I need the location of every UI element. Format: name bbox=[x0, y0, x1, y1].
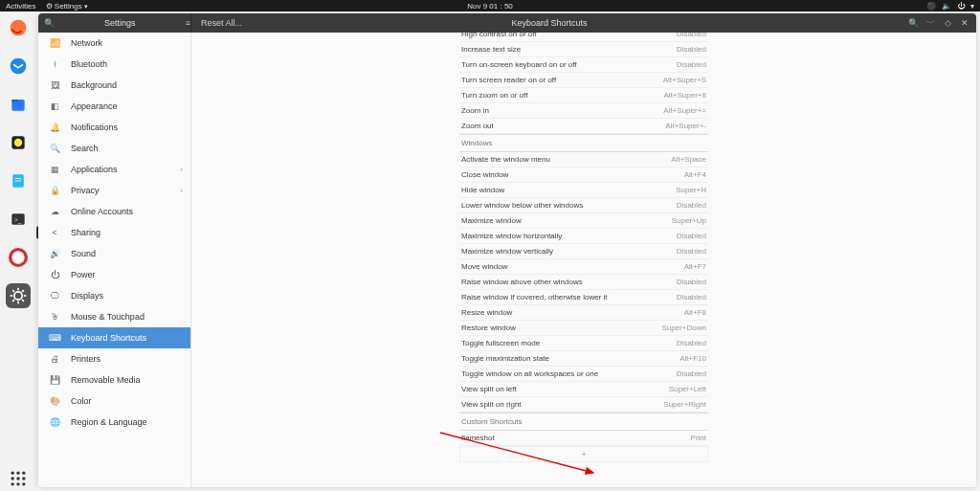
sidebar-item-label: Printers bbox=[71, 354, 100, 364]
region-icon: 🌐 bbox=[48, 417, 61, 427]
sidebar-item-appearance[interactable]: ◧Appearance bbox=[38, 96, 190, 117]
system-menu-chevron-icon[interactable]: ▾ bbox=[970, 2, 974, 11]
shortcut-row[interactable]: Close windowAlt+F4 bbox=[459, 167, 708, 183]
dock-firefox[interactable] bbox=[6, 15, 31, 40]
shortcut-binding: Alt+Space bbox=[671, 155, 706, 164]
shortcut-row[interactable]: Maximize window horizontallyDisabled bbox=[459, 229, 708, 244]
svg-point-25 bbox=[16, 477, 19, 480]
sidebar-item-removable-media[interactable]: 💾Removable Media bbox=[38, 369, 190, 391]
shortcut-label: Lower window below other windows bbox=[461, 201, 583, 210]
shortcut-row[interactable]: Toggle fullscreen modeDisabled bbox=[459, 336, 708, 351]
shortcut-row[interactable]: Turn on-screen keyboard on or offDisable… bbox=[459, 57, 708, 73]
sidebar-item-mouse-touchpad[interactable]: 🖱Mouse & Touchpad bbox=[38, 306, 190, 327]
sidebar-item-label: Privacy bbox=[71, 186, 100, 195]
dock-thunderbird[interactable] bbox=[6, 54, 31, 78]
shortcut-row[interactable]: Raise window if covered, otherwise lower… bbox=[459, 290, 708, 305]
maximize-icon[interactable]: ◇ bbox=[942, 17, 953, 29]
sidebar-item-label: Applications bbox=[71, 165, 118, 174]
sidebar-item-applications[interactable]: ▦Applications› bbox=[38, 159, 190, 180]
sidebar-item-power[interactable]: ⏻Power bbox=[38, 264, 190, 285]
power-icon: ⏻ bbox=[48, 270, 61, 279]
sidebar-item-label: Background bbox=[71, 80, 117, 90]
shortcut-binding: Disabled bbox=[677, 33, 706, 38]
network-indicator-icon[interactable]: ⚫ bbox=[926, 2, 936, 11]
shortcut-row[interactable]: Toggle maximization stateAlt+F10 bbox=[459, 351, 708, 367]
sidebar-item-privacy[interactable]: 🔒Privacy› bbox=[38, 180, 190, 201]
app-menu[interactable]: ⚙ Settings bbox=[46, 2, 88, 11]
shortcut-row[interactable]: Maximize window verticallyDisabled bbox=[459, 244, 708, 259]
settings-window: 🔍 Settings ≡ Reset All... Keyboard Short… bbox=[38, 13, 976, 487]
sidebar-item-notifications[interactable]: 🔔Notifications bbox=[38, 117, 190, 138]
shortcut-row[interactable]: Activate the window menuAlt+Space bbox=[459, 152, 708, 167]
sidebar-item-bluetooth[interactable]: ᚼBluetooth bbox=[38, 54, 190, 75]
svg-point-27 bbox=[11, 482, 14, 485]
dock-terminal[interactable]: >_ bbox=[6, 207, 31, 232]
sidebar-item-background[interactable]: 🖼Background bbox=[38, 75, 190, 96]
volume-indicator-icon[interactable]: 🔈 bbox=[942, 2, 951, 11]
sidebar-item-network[interactable]: 📶Network bbox=[38, 33, 190, 54]
sidebar-item-sharing[interactable]: <Sharing bbox=[38, 222, 190, 243]
shortcut-row[interactable]: Toggle window on all workspaces or oneDi… bbox=[459, 367, 708, 382]
clock[interactable]: Nov 9 01 : 50 bbox=[467, 2, 513, 11]
shortcut-row[interactable]: Zoom outAlt+Super+- bbox=[459, 119, 708, 134]
dock-rhythmbox[interactable] bbox=[6, 130, 31, 155]
sidebar-item-online-accounts[interactable]: ☁Online Accounts bbox=[38, 201, 190, 222]
sidebar-item-sound[interactable]: 🔊Sound bbox=[38, 243, 190, 264]
power-indicator-icon[interactable]: ⏻ bbox=[957, 2, 965, 11]
svg-point-22 bbox=[16, 472, 19, 475]
hamburger-icon[interactable]: ≡ bbox=[186, 18, 190, 28]
bell-icon: 🔔 bbox=[48, 123, 61, 132]
svg-point-29 bbox=[22, 482, 25, 485]
shortcut-row[interactable]: Move windowAlt+F7 bbox=[459, 259, 708, 275]
sidebar-item-keyboard-shortcuts[interactable]: ⌨Keyboard Shortcuts bbox=[38, 327, 190, 348]
dock-text[interactable] bbox=[6, 168, 31, 193]
shortcut-label: Toggle maximization state bbox=[461, 354, 549, 363]
shortcut-row[interactable]: View split on leftSuper+Left bbox=[459, 382, 708, 397]
bg-icon: 🖼 bbox=[48, 80, 61, 90]
sidebar-search-icon[interactable]: 🔍 bbox=[44, 18, 55, 28]
search-icon: 🔍 bbox=[48, 144, 61, 153]
shortcut-row[interactable]: Zoom inAlt+Super+= bbox=[459, 103, 708, 119]
sidebar-item-displays[interactable]: 🖵Displays bbox=[38, 285, 190, 306]
shortcut-row[interactable]: Resize windowAlt+F8 bbox=[459, 305, 708, 321]
shortcut-binding: Super+Left bbox=[669, 385, 706, 393]
reset-all-button[interactable]: Reset All... bbox=[191, 18, 242, 28]
minimize-icon[interactable]: ﹀ bbox=[924, 17, 936, 29]
dock-settings[interactable] bbox=[6, 283, 31, 308]
shortcut-binding: Super+Down bbox=[662, 324, 706, 332]
dock-help[interactable] bbox=[6, 245, 31, 270]
shortcut-row[interactable]: Turn screen reader on or offAlt+Super+S bbox=[459, 73, 708, 88]
shortcut-row[interactable]: Maximize windowSuper+Up bbox=[459, 213, 708, 229]
shortcut-row[interactable]: High contrast on or offDisabled bbox=[459, 33, 708, 42]
shortcut-label: Maximize window horizontally bbox=[461, 232, 562, 240]
shortcut-row[interactable]: Raise window above other windowsDisabled bbox=[459, 275, 708, 290]
sidebar-item-region-language[interactable]: 🌐Region & Language bbox=[38, 412, 190, 433]
svg-point-11 bbox=[11, 250, 27, 266]
lock-icon: 🔒 bbox=[48, 186, 61, 195]
shortcut-label: Raise window above other windows bbox=[461, 278, 583, 286]
shortcut-binding: Disabled bbox=[677, 201, 706, 210]
shortcut-binding: Alt+F10 bbox=[679, 354, 706, 363]
dock-files[interactable] bbox=[6, 92, 31, 117]
shortcut-binding: Alt+Super+8 bbox=[664, 91, 706, 100]
shortcut-binding: Alt+F7 bbox=[684, 262, 706, 271]
svg-point-24 bbox=[11, 477, 14, 480]
shortcut-row[interactable]: flameshotPrint bbox=[459, 431, 708, 446]
activities-button[interactable]: Activities bbox=[6, 2, 36, 11]
svg-point-23 bbox=[22, 472, 25, 475]
sidebar-item-label: Keyboard Shortcuts bbox=[71, 333, 146, 343]
shortcut-row[interactable]: Turn zoom on or offAlt+Super+8 bbox=[459, 88, 708, 103]
shortcut-row[interactable]: View split on rightSuper+Right bbox=[459, 397, 708, 413]
dock-show-apps[interactable] bbox=[6, 466, 31, 491]
add-shortcut-button[interactable]: + bbox=[459, 446, 708, 462]
shortcut-row[interactable]: Increase text sizeDisabled bbox=[459, 42, 708, 57]
shortcut-row[interactable]: Restore windowSuper+Down bbox=[459, 321, 708, 336]
sidebar-item-color[interactable]: 🎨Color bbox=[38, 391, 190, 412]
search-icon[interactable]: 🔍 bbox=[907, 17, 919, 29]
sidebar-item-search[interactable]: 🔍Search bbox=[38, 138, 190, 159]
sidebar-item-printers[interactable]: 🖨Printers bbox=[38, 348, 190, 369]
shortcut-row[interactable]: Hide windowSuper+H bbox=[459, 183, 708, 198]
close-icon[interactable]: ✕ bbox=[959, 17, 970, 29]
shortcut-label: View split on right bbox=[461, 400, 522, 409]
shortcut-row[interactable]: Lower window below other windowsDisabled bbox=[459, 198, 708, 213]
